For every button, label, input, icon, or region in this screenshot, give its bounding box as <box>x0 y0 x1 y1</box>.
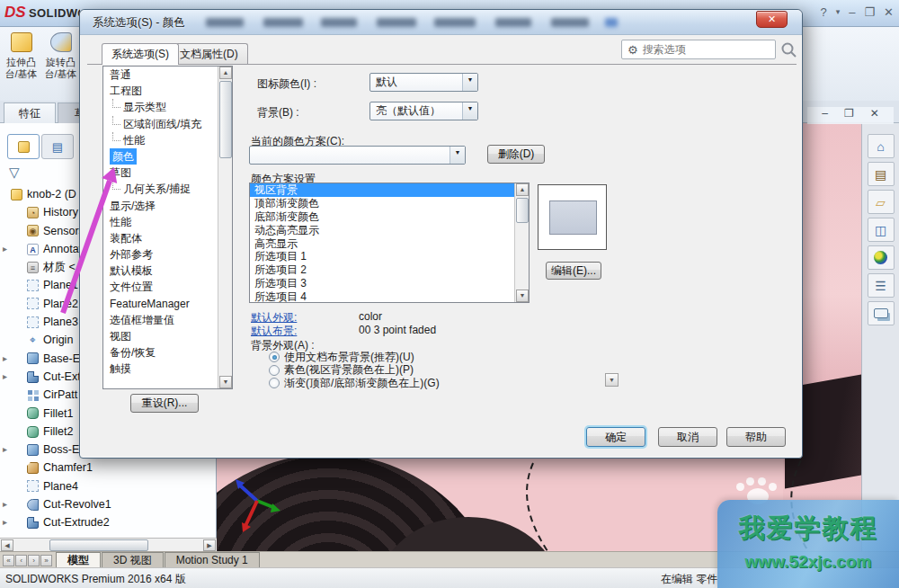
scheme-item[interactable]: 动态高亮显示 <box>250 224 515 237</box>
extruded-boss-button[interactable]: 拉伸凸台/基体 <box>2 31 40 97</box>
scroll-right-icon[interactable]: ▶ <box>203 539 216 551</box>
icon-color-dropdown[interactable]: 默认 <box>369 73 478 92</box>
task-pane-button[interactable] <box>868 245 895 270</box>
panel-scroll-down-icon[interactable]: ▼ <box>605 373 619 387</box>
options-tree-item[interactable]: 装配体 <box>103 230 232 246</box>
edit-button[interactable]: 编辑(E)... <box>546 262 601 280</box>
options-tree-item[interactable]: 视图 <box>103 328 232 344</box>
scheme-item[interactable]: 所选项目 4 <box>250 290 515 303</box>
scheme-item[interactable]: 所选项目 2 <box>250 263 515 277</box>
expand-arrow-icon[interactable] <box>3 513 13 531</box>
close-icon[interactable]: ✕ <box>884 5 894 19</box>
document-tab[interactable]: 3D 视图 <box>102 552 164 567</box>
default-scene-link[interactable]: 默认布景: <box>251 324 297 339</box>
scheme-item[interactable]: 高亮显示 <box>250 237 515 251</box>
radio-option[interactable]: 渐变(顶部/底部渐变颜色在上)(G) <box>269 377 440 389</box>
options-tree-item[interactable]: 备份/恢复 <box>103 344 232 361</box>
options-tree-item[interactable]: 几何关系/捕捉 <box>103 181 232 197</box>
tab-system-options[interactable]: 系统选项(S) <box>102 43 179 65</box>
gear-icon[interactable]: ⚙ <box>628 43 638 57</box>
feature-tree-item[interactable]: Plane4 <box>0 477 216 495</box>
options-tree-item[interactable]: 颜色 <box>103 148 232 165</box>
feature-tree-item[interactable]: Chamfer1 <box>0 459 216 477</box>
scrollbar-thumb[interactable] <box>219 81 232 158</box>
background-dropdown[interactable]: 亮（默认值） <box>369 102 478 120</box>
radio-icon[interactable] <box>269 352 280 362</box>
current-scheme-dropdown[interactable] <box>249 146 466 165</box>
expand-arrow-icon[interactable] <box>3 350 13 368</box>
options-tree-item[interactable]: 显示/选择 <box>103 198 232 214</box>
help-icon[interactable]: ? <box>820 5 826 19</box>
chevron-down-icon[interactable] <box>450 147 465 164</box>
help-button[interactable]: 帮助 <box>726 427 786 447</box>
tab-nav-buttons[interactable]: « ‹ › » <box>3 555 52 566</box>
document-tab[interactable]: Motion Study 1 <box>165 552 260 567</box>
first-tab-icon[interactable]: « <box>3 555 14 566</box>
scrollbar-thumb[interactable] <box>516 198 529 223</box>
expand-arrow-icon[interactable] <box>3 240 13 258</box>
doc-restore-icon[interactable]: ❐ <box>844 107 854 124</box>
scheme-item[interactable]: 底部渐变颜色 <box>250 210 515 224</box>
tab-features[interactable]: 特征 <box>4 102 56 123</box>
options-tree-item[interactable]: 文件位置 <box>103 279 232 295</box>
options-tree-item[interactable]: 触摸 <box>103 361 232 377</box>
tree-scrollbar[interactable]: ▲ ▼ <box>218 67 232 388</box>
scheme-item[interactable]: 所选项目 3 <box>250 277 515 290</box>
dialog-titlebar[interactable]: 系统选项(S) - 颜色 ✕ <box>80 10 802 35</box>
tab-document-properties[interactable]: 文档属性(D) <box>170 43 248 64</box>
chevron-down-icon[interactable]: ▾ <box>836 7 841 19</box>
maximize-icon[interactable]: ❐ <box>864 5 875 19</box>
scroll-up-icon[interactable]: ▲ <box>516 183 529 196</box>
task-pane-button[interactable] <box>868 273 895 298</box>
expand-arrow-icon[interactable] <box>3 495 13 513</box>
task-pane-button[interactable] <box>868 162 895 186</box>
feature-manager-tab[interactable] <box>7 134 40 159</box>
task-pane-button[interactable] <box>868 218 895 242</box>
next-tab-icon[interactable]: › <box>28 555 40 566</box>
ok-button[interactable]: 确定 <box>586 427 645 447</box>
options-tree-item[interactable]: 默认模板 <box>103 263 232 279</box>
chevron-down-icon[interactable] <box>462 74 477 91</box>
revolved-boss-button[interactable]: 旋转凸台/基体 <box>41 31 80 97</box>
cancel-button[interactable]: 取消 <box>658 427 717 447</box>
task-pane-button[interactable] <box>868 301 895 325</box>
options-tree-item[interactable]: 性能 <box>103 132 232 148</box>
search-icon[interactable] <box>781 42 797 58</box>
reset-button[interactable]: 重设(R)... <box>130 394 199 413</box>
options-tree-item[interactable]: 选值框增量值 <box>103 312 232 328</box>
feature-tree-item[interactable]: Cut-Revolve1 <box>0 495 216 513</box>
document-tab[interactable]: 模型 <box>56 552 101 567</box>
scheme-scrollbar[interactable]: ▲ ▼ <box>514 183 529 302</box>
doc-minimize-icon[interactable]: – <box>822 107 828 124</box>
options-tree-item[interactable]: 普通 <box>103 67 232 83</box>
radio-icon[interactable] <box>269 378 280 388</box>
horizontal-scrollbar[interactable]: ◀ ▶ <box>0 538 217 551</box>
scheme-item[interactable]: 视区背景 <box>250 183 515 197</box>
radio-option[interactable]: 素色(视区背景颜色在上)(P) <box>269 364 414 377</box>
options-tree-item[interactable]: 显示类型 <box>103 99 232 115</box>
task-pane-button[interactable] <box>868 134 895 158</box>
scroll-down-icon[interactable]: ▼ <box>516 290 529 302</box>
scroll-down-icon[interactable]: ▼ <box>219 376 232 388</box>
last-tab-icon[interactable]: » <box>40 555 52 566</box>
options-tree-item[interactable]: 草图 <box>103 165 232 181</box>
scroll-left-icon[interactable]: ◀ <box>1 539 13 551</box>
prev-tab-icon[interactable]: ‹ <box>15 555 27 566</box>
minimize-icon[interactable]: – <box>849 5 855 19</box>
options-tree-item[interactable]: FeatureManager <box>103 296 232 312</box>
feature-tree-item[interactable]: Cut-Extrude2 <box>0 513 216 531</box>
scrollbar-thumb[interactable] <box>49 539 148 551</box>
property-manager-tab[interactable]: ▤ <box>41 134 74 159</box>
radio-icon[interactable] <box>269 365 280 376</box>
search-options-input[interactable]: ⚙ 搜索选项 <box>621 40 776 59</box>
scroll-up-icon[interactable]: ▲ <box>219 67 232 79</box>
options-tree-item[interactable]: 外部参考 <box>103 246 232 263</box>
expand-arrow-icon[interactable] <box>3 368 13 386</box>
task-pane-button[interactable] <box>868 190 895 214</box>
delete-button[interactable]: 删除(D) <box>487 145 545 164</box>
filter-icon[interactable]: ▽ <box>9 165 20 181</box>
scheme-item[interactable]: 顶部渐变颜色 <box>250 197 515 210</box>
options-tree-item[interactable]: 性能 <box>103 214 232 230</box>
radio-option[interactable]: 使用文档布景背景(推荐)(U) <box>269 351 414 363</box>
options-tree-item[interactable]: 区域剖面线/填充 <box>103 116 232 132</box>
